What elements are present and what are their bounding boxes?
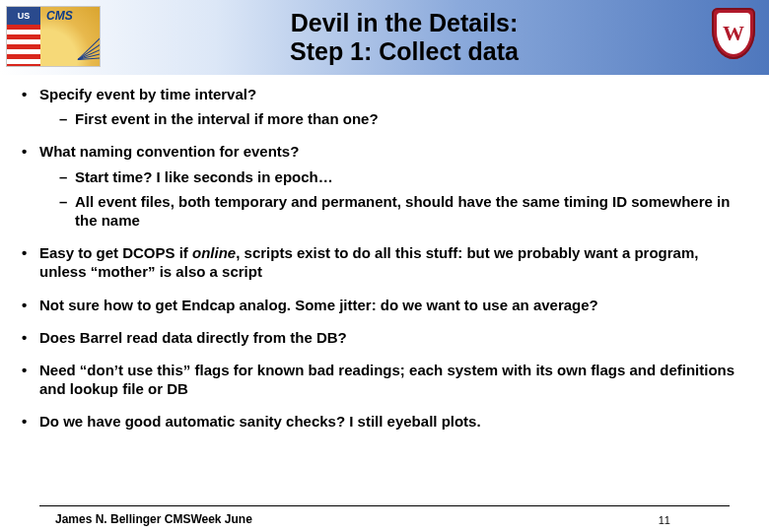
us-cms-logo: US CMS bbox=[6, 6, 101, 67]
slide-body: Specify event by time interval?First eve… bbox=[0, 75, 769, 431]
bullet-item: Not sure how to get Endcap analog. Some … bbox=[22, 296, 747, 314]
bullet-text: Need “don’t use this” flags for known ba… bbox=[39, 362, 734, 397]
bullet-text: Specify event by time interval? bbox=[39, 86, 256, 102]
bullet-item: Does Barrel read data directly from the … bbox=[22, 328, 747, 347]
footer-author: James N. Bellinger CMSWeek June bbox=[55, 512, 252, 526]
bullet-item: What naming convention for events?Start … bbox=[22, 142, 747, 230]
bullet-text: Do we have good automatic sanity checks?… bbox=[39, 413, 481, 430]
stripes-icon bbox=[7, 25, 40, 66]
sub-bullet-item: First event in the interval if more than… bbox=[59, 109, 747, 128]
title-bar: US CMS Devil in the Details: Step 1: Col… bbox=[0, 0, 769, 75]
bullet-text: Easy to get DCOPS if online, scripts exi… bbox=[39, 244, 698, 280]
title-line-2: Step 1: Collect data bbox=[290, 37, 519, 65]
bullet-text: Does Barrel read data directly from the … bbox=[39, 329, 347, 346]
sub-bullet-list: Start time? I like seconds in epoch…All … bbox=[39, 167, 747, 231]
footer-rule bbox=[39, 505, 730, 506]
flag-icon: US bbox=[7, 7, 40, 66]
slide-title: Devil in the Details: Step 1: Collect da… bbox=[108, 9, 700, 66]
bullet-text: Not sure how to get Endcap analog. Some … bbox=[39, 297, 598, 313]
bullet-item: Need “don’t use this” flags for known ba… bbox=[22, 361, 747, 398]
us-text: US bbox=[7, 7, 40, 25]
crest-letter: W bbox=[723, 21, 744, 46]
bullet-text: What naming convention for events? bbox=[39, 143, 299, 160]
page-number: 11 bbox=[659, 514, 670, 526]
cms-text: CMS bbox=[46, 9, 73, 23]
title-line-1: Devil in the Details: bbox=[291, 9, 519, 36]
uw-crest-icon: W bbox=[712, 8, 755, 67]
bullet-item: Easy to get DCOPS if online, scripts exi… bbox=[22, 243, 747, 281]
sub-bullet-list: First event in the interval if more than… bbox=[39, 109, 747, 128]
bullet-list: Specify event by time interval?First eve… bbox=[22, 85, 747, 431]
sub-bullet-item: Start time? I like seconds in epoch… bbox=[59, 167, 747, 186]
bullet-item: Do we have good automatic sanity checks?… bbox=[22, 412, 747, 431]
sub-bullet-item: All event files, both temporary and perm… bbox=[59, 192, 747, 230]
bullet-item: Specify event by time interval?First eve… bbox=[22, 85, 747, 128]
slide: US CMS Devil in the Details: Step 1: Col… bbox=[0, 0, 769, 532]
